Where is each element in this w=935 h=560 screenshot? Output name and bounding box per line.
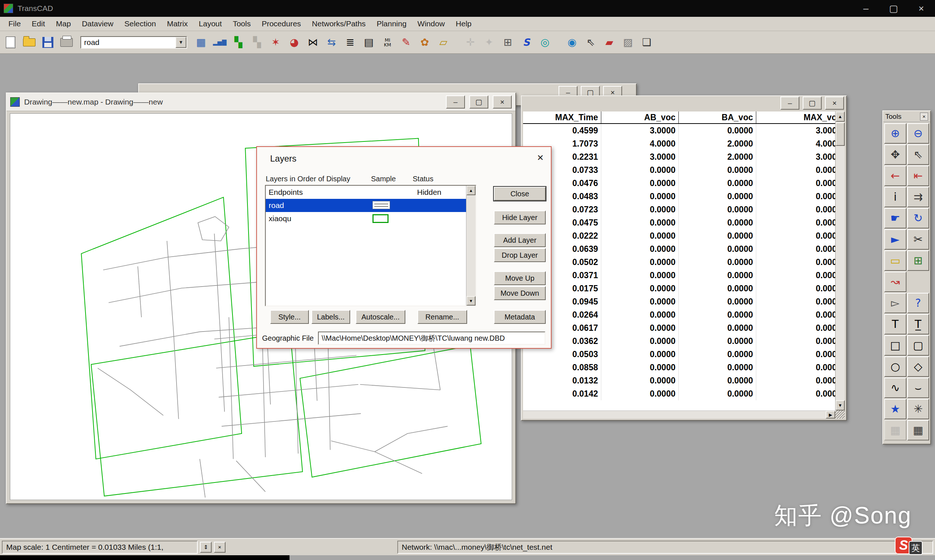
column-header-max_voc[interactable]: MAX_voc bbox=[756, 111, 845, 123]
table-row[interactable]: 0.03710.00000.00000.0000 bbox=[523, 269, 845, 282]
layer-row-xiaoqu[interactable]: xiaoqu bbox=[266, 212, 475, 225]
shortest-path-button[interactable]: ⇆ bbox=[323, 34, 340, 51]
curve-arrow-button[interactable]: ↝ bbox=[884, 272, 906, 292]
style-button[interactable]: Style... bbox=[270, 310, 309, 324]
label-tag-button[interactable]: ▱ bbox=[435, 34, 452, 51]
text-edit-tool-button[interactable]: T̲ bbox=[907, 314, 929, 334]
grid-button[interactable]: ⊞ bbox=[499, 34, 516, 51]
matrix-button[interactable]: ▚ bbox=[230, 34, 247, 51]
column-header-max_time[interactable]: MAX_Time bbox=[523, 111, 601, 123]
table-row[interactable]: 0.05030.00000.00000.0000 bbox=[523, 348, 845, 361]
save-button[interactable] bbox=[40, 34, 56, 51]
close-icon[interactable]: × bbox=[825, 97, 844, 110]
table-row[interactable]: 0.08580.00000.00000.0000 bbox=[523, 361, 845, 374]
units-button[interactable]: MI KM bbox=[379, 34, 396, 51]
color-palette-button[interactable]: ✿ bbox=[416, 34, 433, 51]
zoom-in-button[interactable]: ⊕ bbox=[884, 123, 906, 144]
table-row[interactable]: 0.01750.00000.00000.0000 bbox=[523, 282, 845, 295]
map-pointer-button[interactable]: ⇖ bbox=[582, 34, 599, 51]
network-button[interactable]: ⋈ bbox=[304, 34, 321, 51]
drop-layer-button[interactable]: Drop Layer bbox=[494, 248, 546, 262]
table-row[interactable]: 0.03620.00000.00000.0000 bbox=[523, 334, 845, 348]
tile-windows-button[interactable]: ❏ bbox=[638, 34, 655, 51]
highlight-circle-button[interactable]: ◎ bbox=[537, 34, 554, 51]
grid-tool-button[interactable]: ▦ bbox=[884, 420, 906, 440]
vertical-scrollbar[interactable]: ▲ ▼ bbox=[835, 111, 845, 411]
close-icon[interactable]: × bbox=[918, 3, 924, 14]
polygon-tool-button[interactable]: ◇ bbox=[907, 356, 929, 377]
geographic-file-field[interactable]: \\Mac\Home\Desktop\MONEY\御桥\TC\luwang ne… bbox=[318, 332, 545, 345]
scroll-down-icon[interactable]: ▼ bbox=[836, 400, 845, 411]
grid-window-tool-button[interactable]: ▦ bbox=[907, 420, 929, 440]
chart-button[interactable]: ▂▅▇ bbox=[211, 34, 228, 51]
dataview-button[interactable]: ▦ bbox=[193, 34, 209, 51]
menu-layout[interactable]: Layout bbox=[193, 19, 228, 28]
table-row[interactable]: 0.01420.00000.00000.0000 bbox=[523, 387, 845, 400]
menu-file[interactable]: File bbox=[3, 19, 26, 28]
layer-row-endpoints[interactable]: Endpoints Hidden bbox=[266, 186, 475, 199]
menu-dataview[interactable]: Dataview bbox=[76, 19, 119, 28]
menu-window[interactable]: Window bbox=[412, 19, 450, 28]
rounded-rect-tool-button[interactable]: ▢ bbox=[907, 335, 929, 356]
paintbrush-button[interactable]: ▰ bbox=[601, 34, 618, 51]
move-up-button[interactable]: Move Up bbox=[494, 271, 546, 285]
hide-layer-button[interactable]: Hide Layer bbox=[494, 211, 546, 225]
pan-button[interactable]: ✥ bbox=[884, 145, 906, 165]
snap-tool-button[interactable]: ✳ bbox=[907, 399, 929, 419]
add-layer-button[interactable]: Add Layer bbox=[494, 233, 546, 247]
minimize-icon[interactable]: – bbox=[446, 95, 465, 109]
table-row[interactable]: 0.06170.00000.00000.0000 bbox=[523, 321, 845, 334]
column-header-ba_voc[interactable]: BA_voc bbox=[679, 111, 756, 123]
menu-map[interactable]: Map bbox=[51, 19, 76, 28]
table-row[interactable]: 0.07230.00000.00000.0000 bbox=[523, 203, 845, 216]
menu-edit[interactable]: Edit bbox=[26, 19, 51, 28]
menu-tools[interactable]: Tools bbox=[228, 19, 256, 28]
close-icon[interactable]: × bbox=[493, 95, 512, 109]
table-row[interactable]: 0.02640.00000.00000.0000 bbox=[523, 308, 845, 321]
cut-tool-button[interactable]: ✂ bbox=[907, 229, 929, 250]
scroll-down-icon[interactable]: ▼ bbox=[466, 296, 475, 306]
layer-combobox[interactable]: road ▼ bbox=[80, 36, 187, 49]
chevron-down-icon[interactable]: ▼ bbox=[175, 37, 186, 48]
table-row[interactable]: 0.04750.00000.00000.0000 bbox=[523, 216, 845, 229]
rename-button[interactable]: Rename... bbox=[417, 310, 467, 324]
ime-indicator[interactable]: S 英 bbox=[895, 537, 923, 555]
locator-button[interactable]: ✛ bbox=[462, 34, 479, 51]
scroll-right-icon[interactable]: ▶ bbox=[826, 411, 835, 418]
scale-close-button[interactable]: × bbox=[214, 542, 226, 553]
table-row[interactable]: 1.70734.00002.00004.0000 bbox=[523, 137, 845, 150]
pie-theme-button[interactable]: ◕ bbox=[286, 34, 303, 51]
scroll-up-icon[interactable]: ▲ bbox=[466, 186, 475, 195]
close-button[interactable]: Close bbox=[494, 187, 546, 201]
freehand-style-button[interactable]: ✎ bbox=[398, 34, 415, 51]
maximize-icon[interactable]: ▢ bbox=[889, 3, 898, 14]
close-icon[interactable]: × bbox=[920, 112, 928, 121]
autoscale-button[interactable]: Autoscale... bbox=[356, 310, 405, 324]
scroll-up-icon[interactable]: ▲ bbox=[836, 111, 845, 122]
maximize-icon[interactable]: ▢ bbox=[469, 95, 488, 109]
minimize-icon[interactable]: – bbox=[863, 3, 869, 14]
pin-button[interactable]: ✦ bbox=[481, 34, 497, 51]
arrow-tool-button[interactable]: ▻ bbox=[884, 293, 906, 313]
text-tool-button[interactable]: T bbox=[884, 314, 906, 334]
minimize-icon[interactable]: – bbox=[780, 97, 800, 110]
arc-tool-button[interactable]: ⌣ bbox=[907, 378, 929, 398]
overlay-stars-button[interactable]: ✶ bbox=[267, 34, 284, 51]
s-curve-button[interactable]: S bbox=[518, 34, 535, 51]
table-row[interactable]: 0.22313.00002.00003.0000 bbox=[523, 150, 845, 163]
pointer-select-button[interactable]: ⇖ bbox=[907, 145, 929, 165]
tools-palette-titlebar[interactable]: Tools × bbox=[883, 111, 930, 122]
table-row[interactable]: 0.02220.00000.00000.0000 bbox=[523, 229, 845, 242]
help-pointer-button[interactable]: ? bbox=[907, 293, 929, 313]
star-tool-button[interactable]: ★ bbox=[884, 399, 906, 419]
layer-row-road[interactable]: road bbox=[266, 199, 475, 212]
table-row[interactable]: 0.04760.00000.00000.0000 bbox=[523, 177, 845, 190]
zoom-out-button[interactable]: ⊖ bbox=[907, 123, 929, 144]
open-file-button[interactable] bbox=[21, 34, 38, 51]
matrix-alt-button[interactable]: ▚ bbox=[249, 34, 265, 51]
ruler-button[interactable]: ▭ bbox=[884, 251, 906, 271]
scrollbar-thumb[interactable] bbox=[836, 123, 845, 146]
menu-help[interactable]: Help bbox=[450, 19, 477, 28]
multi-info-button[interactable]: ⇉ bbox=[907, 187, 929, 207]
menu-procedures[interactable]: Procedures bbox=[256, 19, 306, 28]
